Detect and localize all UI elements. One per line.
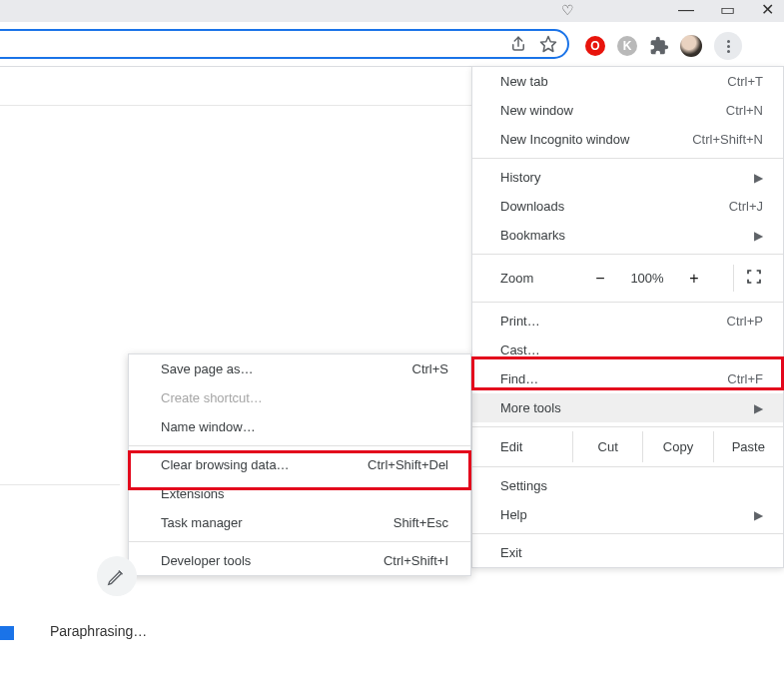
menu-separator <box>472 466 783 467</box>
menu-separator <box>472 302 783 303</box>
extensions-puzzle-icon[interactable] <box>648 35 670 57</box>
menu-print[interactable]: Print… Ctrl+P <box>472 307 783 336</box>
menu-zoom-row: Zoom − 100% + <box>472 259 783 298</box>
copy-button[interactable]: Copy <box>642 431 712 462</box>
menu-bookmarks[interactable]: Bookmarks ▶ <box>472 221 783 250</box>
zoom-out-button[interactable]: − <box>580 270 620 288</box>
menu-shortcut: Ctrl+N <box>726 103 763 118</box>
submenu-label: Task manager <box>161 515 243 530</box>
submenu-shortcut: Ctrl+Shift+I <box>384 553 448 568</box>
close-window-button[interactable]: ✕ <box>761 2 774 18</box>
menu-incognito[interactable]: New Incognito window Ctrl+Shift+N <box>472 125 783 154</box>
address-bar[interactable] <box>0 29 569 59</box>
submenu-clear-browsing-data[interactable]: Clear browsing data… Ctrl+Shift+Del <box>129 450 470 479</box>
menu-separator <box>472 533 783 534</box>
star-icon[interactable] <box>539 35 557 56</box>
submenu-developer-tools[interactable]: Developer tools Ctrl+Shift+I <box>129 546 470 575</box>
menu-edit-row: Edit Cut Copy Paste <box>472 431 783 462</box>
paste-button[interactable]: Paste <box>713 431 783 462</box>
chevron-right-icon: ▶ <box>754 508 763 522</box>
menu-label: Exit <box>500 545 522 560</box>
menu-separator <box>472 254 783 255</box>
menu-separator <box>472 426 783 427</box>
menu-cast[interactable]: Cast… <box>472 336 783 364</box>
menu-help[interactable]: Help ▶ <box>472 500 783 529</box>
menu-history[interactable]: History ▶ <box>472 163 783 192</box>
more-tools-submenu: Save page as… Ctrl+S Create shortcut… Na… <box>128 353 471 576</box>
chrome-menu-button[interactable] <box>714 32 742 60</box>
submenu-name-window[interactable]: Name window… <box>129 412 470 441</box>
menu-label: Print… <box>500 314 540 329</box>
submenu-shortcut: Shift+Esc <box>393 515 448 530</box>
menu-shortcut: Ctrl+T <box>727 74 763 89</box>
maximize-button[interactable]: ▭ <box>720 2 735 18</box>
zoom-percent: 100% <box>620 271 674 286</box>
menu-downloads[interactable]: Downloads Ctrl+J <box>472 192 783 221</box>
menu-more-tools[interactable]: More tools ▶ <box>472 393 783 422</box>
menu-new-tab[interactable]: New tab Ctrl+T <box>472 67 783 96</box>
submenu-label: Create shortcut… <box>161 390 263 405</box>
minimize-button[interactable]: — <box>678 2 694 18</box>
menu-shortcut: Ctrl+F <box>727 371 763 386</box>
submenu-task-manager[interactable]: Task manager Shift+Esc <box>129 508 470 537</box>
menu-shortcut: Ctrl+Shift+N <box>692 132 763 147</box>
menu-label: More tools <box>500 400 561 415</box>
chevron-right-icon: ▶ <box>754 171 763 185</box>
menu-label: Bookmarks <box>500 228 565 243</box>
submenu-label: Clear browsing data… <box>161 457 290 472</box>
page-separator-left <box>0 484 120 485</box>
chrome-main-menu: New tab Ctrl+T New window Ctrl+N New Inc… <box>471 66 784 568</box>
submenu-extensions[interactable]: Extensions <box>129 479 470 508</box>
paraphrasing-text: Paraphrasing… <box>50 623 147 639</box>
submenu-label: Developer tools <box>161 553 251 568</box>
chevron-right-icon: ▶ <box>754 401 763 415</box>
fullscreen-button[interactable] <box>733 265 773 292</box>
submenu-label: Save page as… <box>161 361 254 376</box>
extension-red-icon[interactable]: O <box>584 35 606 57</box>
menu-label: Downloads <box>500 199 564 214</box>
menu-shortcut: Ctrl+J <box>729 199 763 214</box>
submenu-separator <box>129 541 470 542</box>
submenu-separator <box>129 445 470 446</box>
chevron-right-icon: ▶ <box>754 229 763 243</box>
svg-marker-0 <box>541 37 556 52</box>
window-titlebar: ♡ — ▭ ✕ <box>0 0 784 22</box>
menu-label: Settings <box>500 478 547 493</box>
menu-label: New window <box>500 103 573 118</box>
menu-find[interactable]: Find… Ctrl+F <box>472 364 783 393</box>
submenu-label: Extensions <box>161 486 225 501</box>
menu-shortcut: Ctrl+P <box>727 314 763 329</box>
menu-new-window[interactable]: New window Ctrl+N <box>472 96 783 125</box>
extension-gray-icon[interactable]: K <box>616 35 638 57</box>
pen-icon[interactable] <box>97 556 137 596</box>
menu-settings[interactable]: Settings <box>472 471 783 500</box>
menu-exit[interactable]: Exit <box>472 538 783 567</box>
zoom-in-button[interactable]: + <box>674 270 714 288</box>
menu-label: Cast… <box>500 342 540 357</box>
submenu-save-page[interactable]: Save page as… Ctrl+S <box>129 354 470 383</box>
blue-indicator <box>0 626 14 640</box>
heart-icon[interactable]: ♡ <box>561 2 574 18</box>
edit-label: Edit <box>500 431 572 462</box>
submenu-create-shortcut: Create shortcut… <box>129 383 470 412</box>
menu-label: History <box>500 170 540 185</box>
menu-separator <box>472 158 783 159</box>
zoom-label: Zoom <box>500 271 580 286</box>
browser-toolbar: O K <box>0 22 784 66</box>
menu-label: New tab <box>500 74 548 89</box>
submenu-shortcut: Ctrl+S <box>412 361 448 376</box>
menu-label: Help <box>500 507 527 522</box>
menu-label: New Incognito window <box>500 132 629 147</box>
cut-button[interactable]: Cut <box>572 431 642 462</box>
submenu-shortcut: Ctrl+Shift+Del <box>368 457 448 472</box>
menu-label: Find… <box>500 371 538 386</box>
share-icon[interactable] <box>509 35 527 56</box>
extensions-area: O K <box>584 32 742 60</box>
submenu-label: Name window… <box>161 419 256 434</box>
profile-avatar[interactable] <box>680 35 702 57</box>
